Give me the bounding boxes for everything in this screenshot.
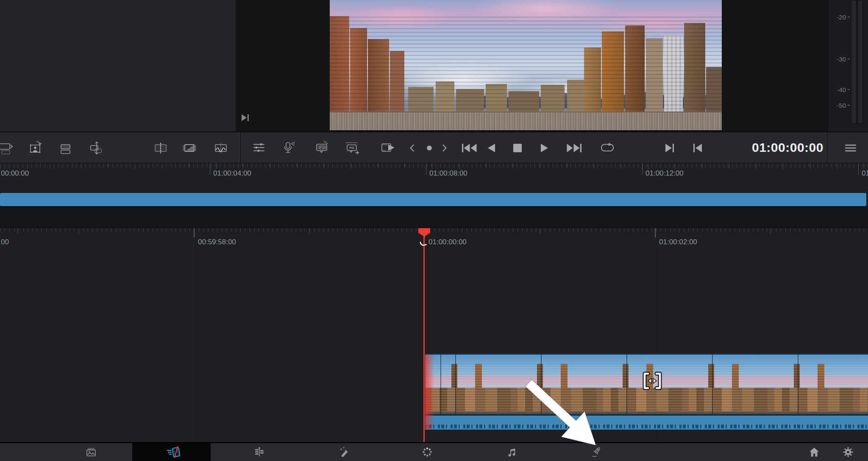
- poi-marker-icon[interactable]: POI: [314, 140, 330, 156]
- meter-label: -20: [832, 14, 846, 21]
- ruler-label: 00: [1, 238, 9, 246]
- toolbar: POI POI: [0, 131, 868, 163]
- add-poi-icon[interactable]: POI: [344, 140, 360, 156]
- play-reverse-icon[interactable]: [486, 143, 497, 153]
- step-forward-icon[interactable]: [441, 143, 448, 153]
- meter-label: -40: [832, 86, 846, 93]
- nav-color-icon[interactable]: [421, 446, 433, 458]
- record-voiceover-icon[interactable]: [281, 140, 296, 156]
- nav-fairlight-icon[interactable]: [507, 447, 517, 458]
- ruler-major-tick: [858, 163, 859, 175]
- trim-cursor-icon: [642, 372, 663, 392]
- step-back-icon[interactable]: [408, 143, 416, 153]
- page-nav: [0, 443, 868, 461]
- jog-dot-icon[interactable]: [426, 145, 432, 151]
- nav-edit-icon[interactable]: [254, 447, 265, 458]
- settings-gear-icon[interactable]: [843, 447, 854, 458]
- append-clip-icon[interactable]: [0, 140, 14, 156]
- ruler-major-tick: [194, 228, 195, 237]
- playhead[interactable]: [423, 228, 425, 442]
- timeline-overview[interactable]: 00:00:00 01:00:04:00 01:00:08:00 01:00:1…: [0, 163, 868, 207]
- menu-icon[interactable]: [845, 144, 857, 152]
- audio-meter-bar-right: [857, 0, 863, 124]
- left-panel: [0, 0, 236, 131]
- preview-playback-icon[interactable]: [380, 140, 396, 156]
- nav-cut-icon[interactable]: [167, 446, 181, 458]
- ruler-label: 01: [862, 169, 868, 178]
- play-icon[interactable]: [539, 143, 550, 153]
- smooth-cut-icon[interactable]: [213, 140, 228, 156]
- davinci-cut-page: -20 -30 -40 -50: [0, 0, 868, 461]
- video-preview: [330, 0, 722, 130]
- toolbar-divider: [240, 132, 241, 163]
- playhead-handle[interactable]: [418, 228, 430, 237]
- meter-tick: [848, 105, 850, 106]
- next-edit-icon[interactable]: [664, 143, 676, 153]
- previous-edit-icon[interactable]: [691, 143, 703, 153]
- go-to-start-icon[interactable]: [461, 143, 478, 153]
- ruler-major-tick: [655, 228, 656, 237]
- split-clip-icon[interactable]: [153, 140, 168, 156]
- clip-audio-waveform: [425, 415, 868, 430]
- tools-icon[interactable]: [252, 140, 267, 156]
- meter-label: -30: [832, 56, 846, 63]
- nav-deliver-icon[interactable]: [590, 446, 603, 458]
- toolbar-divider: [827, 132, 827, 163]
- svg-text:POI: POI: [349, 146, 354, 149]
- clip-in-point-highlight: [425, 355, 434, 430]
- go-to-end-icon[interactable]: [566, 143, 583, 153]
- ruler-label: 01:00:00:00: [428, 238, 467, 246]
- section-divider-band: [0, 207, 868, 228]
- stop-icon[interactable]: [512, 143, 523, 153]
- loop-playback-icon[interactable]: [600, 142, 615, 154]
- ruler-major-tick: [642, 163, 643, 175]
- small-cursor-mark: [420, 240, 427, 246]
- source-overwrite-icon[interactable]: [89, 140, 105, 156]
- meter-label: -50: [832, 102, 846, 109]
- ruler-label: 01:00:04:00: [213, 169, 251, 178]
- ruler-label: 00:59:58:00: [198, 238, 236, 246]
- meter-tick: [848, 89, 850, 90]
- ruler-major-tick: [426, 163, 426, 175]
- nav-fusion-icon[interactable]: [338, 446, 350, 458]
- place-on-top-icon[interactable]: [58, 140, 73, 156]
- ruler-label: 01:00:02:00: [659, 238, 697, 246]
- audio-meter-bar-left: [851, 0, 857, 124]
- close-up-icon[interactable]: [28, 140, 43, 156]
- svg-text:POI: POI: [320, 146, 325, 149]
- ruler-label: 00:00:00: [1, 169, 29, 178]
- ruler-major-tick: [210, 163, 210, 175]
- overview-clip-bar[interactable]: [0, 193, 866, 206]
- timeline-gridline: [194, 237, 194, 442]
- jump-to-last-icon[interactable]: [241, 114, 251, 123]
- ruler-label: 01:00:12:00: [645, 169, 684, 178]
- meter-tick: [848, 59, 850, 59]
- timecode-display[interactable]: 01:00:00:00: [752, 132, 815, 163]
- timeline-panel[interactable]: 00 00:59:58:00 01:00:00:00 01:00:02:00: [0, 228, 868, 442]
- transition-icon[interactable]: [182, 140, 197, 156]
- meter-tick: [848, 17, 850, 17]
- nav-home-icon[interactable]: [809, 447, 820, 457]
- nav-media-icon[interactable]: [86, 447, 97, 458]
- ruler-label: 01:00:08:00: [429, 169, 467, 178]
